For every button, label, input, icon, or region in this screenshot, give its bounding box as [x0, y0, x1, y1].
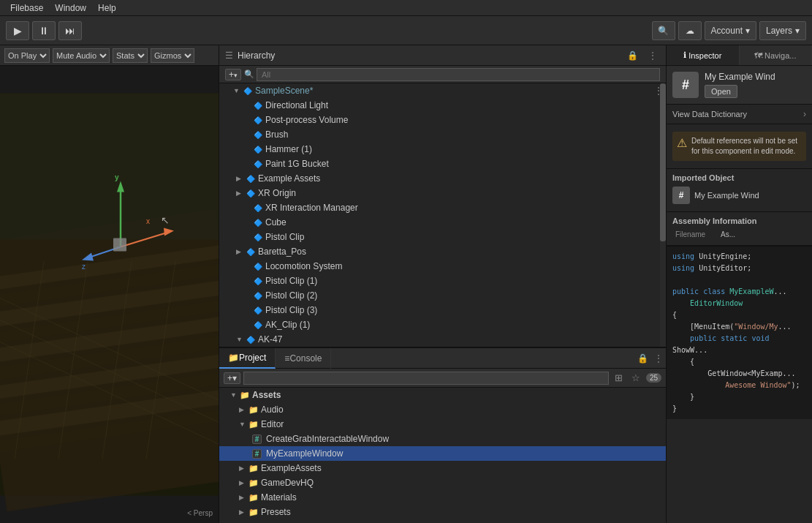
- search-button[interactable]: 🔍: [652, 21, 675, 40]
- menu-filebase[interactable]: Filebase: [4, 0, 49, 16]
- asset-samples[interactable]: ▶ 📁 Samples: [219, 519, 666, 523]
- pause-button[interactable]: ⏸: [32, 21, 56, 40]
- tree-item-dirlight[interactable]: ▶ 🔷 Directional Light: [219, 98, 666, 113]
- asset-myexample[interactable]: # MyExampleWindow: [219, 446, 666, 461]
- tree-item-postprocess[interactable]: ▶ 🔷 Post-process Volume: [219, 113, 666, 127]
- pistolclip1-icon: 🔷: [253, 277, 263, 285]
- step-button[interactable]: ⏭: [58, 21, 82, 40]
- asset-audio[interactable]: ▶ 📁 Audio: [219, 402, 666, 417]
- tree-arrow-example-assets: ▶: [236, 175, 243, 182]
- cloud-button[interactable]: ☁: [678, 21, 702, 40]
- layers-arrow-icon: ▾: [795, 26, 800, 36]
- tree-item-example-assets[interactable]: ▶ 🔷 Example Assets: [219, 171, 666, 186]
- inspector-panel: ℹ Inspector 🗺 Naviga... # My Example Win…: [666, 45, 812, 523]
- menu-window[interactable]: Window: [49, 0, 92, 16]
- hierarchy-lock-button[interactable]: 🔒: [624, 49, 641, 62]
- tree-item-xrorigin[interactable]: ▶ 🔷 XR Origin: [219, 186, 666, 200]
- audio-arrow: ▶: [239, 406, 246, 413]
- asset-create-grab-label: CreateGrabInteractableWindow: [266, 434, 389, 444]
- asset-exampleassets[interactable]: ▶ 📁 ExampleAssets: [219, 461, 666, 475]
- presets-folder-icon: 📁: [248, 508, 259, 517]
- scene-icon: 🔷: [243, 87, 253, 95]
- inspector-tabs: ℹ Inspector 🗺 Naviga...: [667, 45, 812, 66]
- navigator-tab[interactable]: 🗺 Naviga...: [740, 45, 813, 65]
- tree-item-xrim[interactable]: ▶ 🔷 XR Interaction Manager: [219, 200, 666, 215]
- inspector-tab[interactable]: ℹ Inspector: [667, 45, 740, 65]
- play-button[interactable]: ▶: [6, 21, 29, 40]
- tree-item-samplescene[interactable]: ▼ 🔷 SampleScene* ⋮: [219, 83, 666, 98]
- filename-value: As...: [719, 230, 805, 239]
- akclip-icon: 🔷: [253, 321, 263, 329]
- tree-arrow-samplescene: ▼: [233, 87, 240, 94]
- navigator-tab-icon: 🗺: [754, 51, 762, 60]
- project-lock-button[interactable]: 🔒: [634, 352, 651, 365]
- account-dropdown[interactable]: Account ▾: [705, 21, 756, 40]
- project-search-input[interactable]: [243, 372, 609, 385]
- main-layout: On Play Mute Audio Stats Gizmos: [0, 45, 812, 523]
- hierarchy-options-button[interactable]: ⋮: [645, 49, 660, 62]
- assets-root[interactable]: ▼ 📁 Assets: [219, 388, 666, 402]
- tree-item-paint[interactable]: ▶ 🔷 Paint 1G Bucket: [219, 157, 666, 171]
- stats-select[interactable]: Stats: [113, 48, 148, 63]
- tree-item-pistolclip2[interactable]: ▶ 🔷 Pistol Clip (2): [219, 288, 666, 303]
- materials-arrow: ▶: [239, 494, 246, 501]
- tree-item-pistolclip[interactable]: ▶ 🔷 Pistol Clip: [219, 230, 666, 244]
- inspector-tab-icon: ℹ: [683, 50, 686, 60]
- project-star-button[interactable]: ☆: [629, 371, 643, 385]
- mute-audio-select[interactable]: Mute Audio: [53, 48, 110, 63]
- menu-bar: Filebase Window Help: [0, 0, 812, 16]
- scene-mode-select[interactable]: On Play: [4, 48, 50, 63]
- svg-text:z: z: [82, 263, 86, 271]
- hierarchy-list-icon: ☰: [225, 50, 233, 61]
- tree-label-brush: Brush: [265, 129, 288, 140]
- assets-root-arrow: ▼: [230, 391, 238, 399]
- tree-label-example-assets: Example Assets: [258, 173, 320, 184]
- inspector-open-button[interactable]: Open: [705, 85, 737, 98]
- layers-dropdown[interactable]: Layers ▾: [759, 21, 806, 40]
- project-tab-icon: 📁: [228, 353, 239, 363]
- bottom-panel: 📁 Project ≡ Console 🔒 ⋮ +▾ ⊞ ☆ 25: [219, 347, 666, 523]
- svg-text:x: x: [146, 217, 150, 225]
- tree-label-samplescene: SampleScene*: [255, 86, 313, 96]
- asset-create-grab[interactable]: # CreateGrabInteractableWindow: [219, 432, 666, 446]
- gizmos-select[interactable]: Gizmos: [151, 48, 194, 63]
- toolbar: ▶ ⏸ ⏭ 🔍 ☁ Account ▾ Layers ▾: [0, 16, 812, 45]
- asset-audio-label: Audio: [261, 405, 284, 415]
- tree-item-brush[interactable]: ▶ 🔷 Brush: [219, 127, 666, 142]
- tree-item-pistolclip1[interactable]: ▶ 🔷 Pistol Clip (1): [219, 274, 666, 288]
- tree-item-pistolclip3[interactable]: ▶ 🔷 Pistol Clip (3): [219, 303, 666, 317]
- tree-item-hammer[interactable]: ▶ 🔷 Hammer (1): [219, 142, 666, 157]
- tree-label-postprocess: Post-process Volume: [265, 115, 348, 125]
- center-panel: ☰ Hierarchy 🔒 ⋮ +▾ 🔍 ▼: [219, 45, 666, 523]
- tree-item-cube[interactable]: ▶ 🔷 Cube: [219, 215, 666, 230]
- asset-presets[interactable]: ▶ 📁 Presets: [219, 505, 666, 519]
- tree-item-ak47[interactable]: ▼ 🔷 AK-47: [219, 332, 666, 347]
- hierarchy-tree: ▼ 🔷 SampleScene* ⋮ ▶ 🔷 Directional Light…: [219, 83, 666, 347]
- tree-arrow-ak47: ▼: [236, 336, 243, 343]
- svg-rect-19: [0, 94, 219, 240]
- myexample-script-icon: #: [252, 449, 262, 459]
- project-tab[interactable]: 📁 Project: [219, 348, 276, 369]
- asset-editor[interactable]: ▼ 📁 Editor: [219, 417, 666, 432]
- tree-item-akclip[interactable]: ▶ 🔷 AK_Clip (1): [219, 317, 666, 332]
- hierarchy-search-input[interactable]: [257, 68, 660, 81]
- tree-arrow-xrorigin: ▶: [236, 189, 243, 197]
- hierarchy-scrollbar-thumb[interactable]: [660, 83, 666, 241]
- hierarchy-add-button[interactable]: +▾: [225, 69, 241, 80]
- menu-help[interactable]: Help: [92, 0, 122, 16]
- view-data-dict-label: View Data Dictionary: [672, 110, 747, 118]
- navigator-tab-label: Naviga...: [764, 51, 796, 60]
- project-add-button[interactable]: +▾: [224, 372, 240, 384]
- exampleassets-arrow: ▶: [239, 464, 246, 472]
- asset-materials[interactable]: ▶ 📁 Materials: [219, 490, 666, 505]
- asset-gamedevhq[interactable]: ▶ 📁 GameDevHQ: [219, 475, 666, 490]
- imported-object-row: # My Example Wind: [672, 187, 806, 204]
- tree-item-baretta[interactable]: ▶ 🔷 Baretta_Pos: [219, 244, 666, 259]
- console-tab[interactable]: ≡ Console: [276, 348, 331, 369]
- tree-label-akclip: AK_Clip (1): [265, 320, 310, 330]
- tree-item-locomotion[interactable]: ▶ 🔷 Locomotion System: [219, 259, 666, 274]
- project-filter-button[interactable]: ⊞: [612, 371, 626, 385]
- hierarchy-search-bar: +▾ 🔍: [219, 66, 666, 83]
- project-options-button[interactable]: ⋮: [651, 352, 666, 365]
- hierarchy-scrollbar-track[interactable]: [660, 83, 666, 347]
